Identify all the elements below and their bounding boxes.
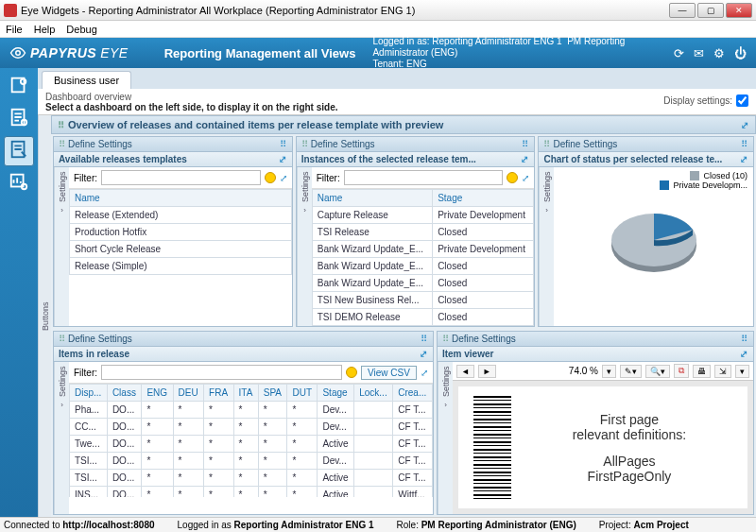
settings-side-tab[interactable]: ›Settings: [539, 167, 554, 326]
table-row[interactable]: Release (Simple): [70, 258, 292, 275]
settings-side-tab[interactable]: ›Settings: [54, 362, 69, 514]
panel-instances: ⠿Define Settings⠿ Instances of the selec…: [296, 136, 536, 327]
tool-icon[interactable]: 🔍▾: [645, 365, 670, 378]
filter-input[interactable]: [101, 170, 261, 185]
rail-item-1[interactable]: [4, 72, 34, 102]
document-preview: First page relevant definitions: AllPage…: [458, 386, 747, 508]
menu-debug[interactable]: Debug: [66, 24, 96, 35]
legend-item: Closed (10): [559, 171, 747, 180]
login-info: Logged in as: Reporting Administrator EN…: [372, 36, 645, 70]
window-minimize-button[interactable]: —: [669, 3, 696, 18]
rail-item-2[interactable]: [4, 104, 34, 134]
eye-icon: [9, 44, 26, 61]
expand-icon[interactable]: ⠿: [522, 139, 529, 149]
grip-icon[interactable]: ⠿: [58, 120, 64, 130]
expand-icon[interactable]: ⠿: [421, 334, 428, 344]
filter-indicator-icon: [507, 172, 518, 183]
filter-input[interactable]: [344, 170, 504, 185]
expand-icon[interactable]: ⤢: [280, 173, 287, 183]
buttons-side-tab[interactable]: Buttons: [38, 115, 51, 517]
app-header: PAPYRUSEYE Reporting Management all View…: [0, 38, 756, 68]
expand-icon[interactable]: ⤢: [521, 154, 529, 164]
expand-icon[interactable]: ⤢: [741, 120, 749, 130]
expand-icon[interactable]: ⠿: [280, 139, 287, 149]
table-row[interactable]: Short Cycle Release: [70, 241, 292, 258]
expand-icon[interactable]: ⤢: [740, 154, 748, 164]
tab-strip: Business user: [38, 68, 756, 89]
settings-side-tab[interactable]: ›Settings: [54, 167, 69, 326]
filter-input[interactable]: [101, 365, 342, 380]
refresh-icon[interactable]: ⟳: [674, 46, 684, 60]
power-icon[interactable]: ⏻: [734, 46, 747, 60]
table-row[interactable]: Bank Wizard Update_E...Private Developme…: [312, 241, 534, 258]
table-row[interactable]: Capture ReleasePrivate Development: [312, 207, 534, 224]
expand-icon[interactable]: ⤢: [279, 154, 287, 164]
expand-icon[interactable]: ⤢: [421, 368, 428, 378]
menu-help[interactable]: Help: [34, 24, 56, 35]
menu-file[interactable]: File: [6, 24, 23, 35]
table-row[interactable]: TSI...DO...******ActiveCF T...: [70, 470, 433, 487]
zoom-value: 74.0 %: [569, 366, 598, 376]
tab-business-user[interactable]: Business user: [42, 71, 131, 89]
table-row[interactable]: Bank Wizard Update_E...Closed: [312, 275, 534, 292]
window-close-button[interactable]: ✕: [726, 3, 752, 18]
table-row[interactable]: Bank Wizard Update_E...Closed: [312, 258, 534, 275]
expand-icon[interactable]: ⤢: [420, 349, 428, 359]
expand-icon[interactable]: ⤢: [522, 173, 529, 183]
window-title-bar: Eye Widgets - Reporting Administrator Al…: [0, 0, 756, 21]
table-row[interactable]: Release (Extended): [70, 207, 292, 224]
table-row[interactable]: INS...DO...******ActiveWittf...: [70, 487, 433, 498]
table-row[interactable]: CC...DO...******Dev...CF T...: [70, 419, 433, 436]
rail-item-4[interactable]: [4, 168, 34, 198]
filter-indicator-icon: [346, 367, 357, 378]
window-title: Eye Widgets - Reporting Administrator Al…: [21, 5, 415, 16]
pie-chart: [602, 198, 706, 283]
overview-header: ⠿ Overview of releases and contained ite…: [51, 115, 756, 134]
svg-point-2: [21, 79, 26, 85]
svg-point-0: [16, 51, 21, 56]
status-bar: Connected to http://localhost:8080 Logge…: [0, 517, 756, 532]
dashboard-overview-label: Dashboard overview: [45, 92, 748, 102]
svg-rect-1: [12, 78, 25, 93]
table-row[interactable]: TSI...DO...******Dev...CF T...: [70, 453, 433, 470]
table-row[interactable]: Pha...DO...******Dev...CF T...: [70, 402, 433, 419]
rail-item-3-active[interactable]: [4, 136, 34, 166]
prev-page-button[interactable]: ◄: [456, 365, 474, 378]
print-icon[interactable]: 🖶: [693, 365, 711, 378]
info-bar: Dashboard overview Select a dashboard on…: [38, 89, 756, 115]
page-title: Reporting Management all Views: [164, 46, 356, 60]
panel-items-in-release: ⠿Define Settings⠿ Items in release⤢ ›Set…: [53, 331, 434, 515]
display-settings-label: Display settings:: [663, 95, 732, 106]
legend-item: Private Developm...: [559, 180, 747, 190]
panel-chart: ⠿Define Settings⠿ Chart of status per se…: [538, 136, 754, 327]
window-maximize-button[interactable]: ▢: [697, 3, 724, 18]
display-settings-checkbox[interactable]: [736, 94, 748, 107]
tool-icon[interactable]: ✎▾: [620, 365, 642, 378]
app-icon: [4, 4, 17, 17]
settings-side-tab[interactable]: ›Settings: [297, 167, 312, 326]
app-logo: PAPYRUSEYE: [9, 44, 129, 61]
dashboard-instruction: Select a dashboard on the left side, to …: [45, 102, 748, 112]
expand-icon[interactable]: ⤢: [740, 349, 748, 359]
table-row[interactable]: Twe...DO...******ActiveCF T...: [70, 436, 433, 453]
view-csv-button[interactable]: View CSV: [361, 366, 417, 380]
barcode-icon: [473, 396, 511, 499]
table-row[interactable]: TSI ReleaseClosed: [312, 224, 534, 241]
expand-icon[interactable]: ⠿: [741, 139, 748, 149]
export-icon[interactable]: ⇲: [714, 365, 731, 378]
settings-side-tab[interactable]: ›Settings: [438, 362, 453, 514]
next-page-button[interactable]: ►: [478, 365, 496, 378]
table-row[interactable]: Production Hotfix: [70, 224, 292, 241]
panel-item-viewer: ⠿Define Settings⠿ Item viewer⤢ ›Settings…: [437, 331, 754, 515]
chat-icon[interactable]: ✉: [694, 46, 704, 60]
table-row[interactable]: TSI New Business Rel...Closed: [312, 292, 534, 309]
pdf-icon[interactable]: ⧉: [674, 364, 689, 378]
left-rail: [0, 68, 38, 517]
gear-icon[interactable]: ⚙: [713, 46, 725, 60]
viewer-toolbar: ◄ ► 74.0 % ▾ ✎▾ 🔍▾ ⧉ 🖶 ⇲: [453, 362, 753, 381]
more-icon[interactable]: ▾: [735, 365, 749, 378]
filter-indicator-icon: [265, 172, 276, 183]
table-row[interactable]: TSI DEMO ReleaseClosed: [312, 309, 534, 326]
zoom-dropdown[interactable]: ▾: [602, 365, 616, 378]
expand-icon[interactable]: ⠿: [741, 334, 748, 344]
